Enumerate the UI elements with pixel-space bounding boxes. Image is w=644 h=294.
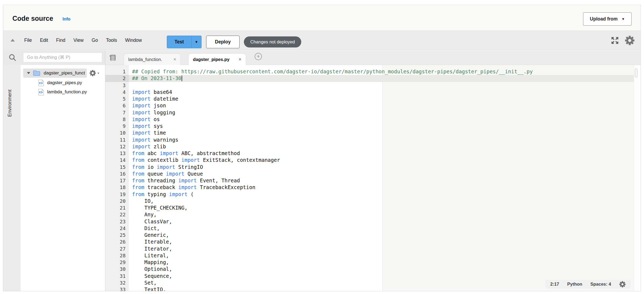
line-number: 14 [105, 157, 129, 163]
environment-tab[interactable]: Environment [7, 81, 13, 117]
indentation-setting[interactable]: Spaces: 4 [590, 282, 611, 287]
new-tab-button[interactable]: + [255, 53, 262, 60]
menu-item-file[interactable]: File [20, 36, 36, 45]
code-line-31[interactable]: 31 Sequence, [105, 273, 634, 279]
code-line-20[interactable]: 20 IO, [105, 198, 634, 204]
code-line-30[interactable]: 30 Optional, [105, 266, 634, 272]
line-number: 17 [105, 177, 129, 184]
code-text: import time [129, 129, 166, 136]
tab-label: dagster_pipes.py [193, 57, 230, 62]
collapse-panel-icon[interactable] [11, 39, 15, 42]
text-cursor [182, 76, 182, 81]
code-text: Any, [129, 211, 157, 218]
editor-column: lambda_function.×dagster_pipes.py× + 1##… [105, 50, 640, 291]
test-dropdown-button[interactable]: ▼ [191, 36, 202, 48]
code-line-14[interactable]: 14from contextlib import ExitStack, cont… [105, 157, 634, 163]
line-number: 31 [105, 273, 129, 279]
code-line-19[interactable]: 19from typing import ( [105, 191, 634, 198]
code-source-header: Code source Info Upload from ▼ [3, 5, 640, 30]
language-mode[interactable]: Python [567, 282, 582, 287]
line-number: 11 [105, 136, 129, 143]
code-line-6[interactable]: 6import json [105, 102, 634, 109]
tree-file-lambda_function-py[interactable]: lambda_function.py [20, 87, 105, 97]
menu-item-find[interactable]: Find [52, 36, 69, 45]
tree-folder-row[interactable]: dagster_pipes_funct [23, 69, 87, 78]
code-line-9[interactable]: 9import sys [105, 123, 634, 129]
line-number: 10 [105, 129, 129, 136]
line-number: 25 [105, 232, 129, 238]
menu-item-tools[interactable]: Tools [102, 36, 121, 45]
code-lines: 1## Copied from: https://raw.githubuserc… [105, 65, 634, 291]
code-text: TextIO, [129, 286, 166, 291]
menu-item-edit[interactable]: Edit [36, 36, 52, 45]
code-line-8[interactable]: 8import os [105, 116, 634, 123]
code-text: Dict, [129, 225, 160, 232]
code-editor[interactable]: 1## Copied from: https://raw.githubuserc… [105, 65, 640, 291]
code-text: from abc import ABC, abstractmethod [129, 150, 240, 157]
code-line-23[interactable]: 23 ClassVar, [105, 218, 634, 225]
tab-lambda_function-[interactable]: lambda_function.× [124, 53, 181, 65]
code-line-26[interactable]: 26 Iterable, [105, 238, 634, 245]
info-link[interactable]: Info [63, 17, 70, 22]
code-line-18[interactable]: 18from traceback import TracebackExcepti… [105, 184, 634, 191]
close-tab-icon[interactable]: × [171, 57, 176, 62]
line-number: 9 [105, 123, 129, 129]
tab-list-icon[interactable] [109, 54, 117, 63]
editor-status-bar: 2:17 Python Spaces: 4 [545, 280, 631, 289]
code-line-15[interactable]: 15from io import StringIO [105, 164, 634, 170]
environment-tab-column: Environment [3, 65, 20, 291]
code-line-2[interactable]: 2## On 2023-11-30 [105, 75, 634, 82]
code-line-22[interactable]: 22 Any, [105, 211, 634, 218]
code-line-10[interactable]: 10import time [105, 129, 634, 136]
code-line-24[interactable]: 24 Dict, [105, 225, 634, 232]
search-icon [8, 53, 17, 63]
settings-gear-icon[interactable] [625, 36, 635, 45]
tree-file-list: dagster_pipes.pylambda_function.py [20, 78, 105, 97]
vertical-scrollbar[interactable] [634, 65, 638, 291]
tree-settings-gear[interactable]: ▼ [89, 70, 100, 76]
menu-item-go[interactable]: Go [88, 36, 102, 45]
tab-dagster_pipes-py[interactable]: dagster_pipes.py× [188, 53, 246, 65]
cursor-position[interactable]: 2:17 [550, 282, 559, 287]
editor-body: Environment dagster_pipes_funct [3, 50, 640, 291]
code-line-16[interactable]: 16from queue import Queue [105, 170, 634, 177]
line-number: 3 [105, 82, 129, 89]
code-line-3[interactable]: 3 [105, 82, 634, 89]
tree-file-dagster_pipes-py[interactable]: dagster_pipes.py [20, 78, 105, 87]
code-line-27[interactable]: 27 Iterator, [105, 245, 634, 252]
code-line-7[interactable]: 7import logging [105, 109, 634, 116]
line-number: 29 [105, 259, 129, 266]
tab-bar: lambda_function.×dagster_pipes.py× + [105, 50, 640, 65]
menu-item-view[interactable]: View [69, 36, 88, 45]
code-line-4[interactable]: 4import base64 [105, 89, 634, 95]
code-line-13[interactable]: 13from abc import ABC, abstractmethod [105, 150, 634, 157]
test-split-button[interactable]: Test ▼ [167, 36, 202, 48]
code-text: from threading import Event, Thread [129, 177, 240, 184]
menu-item-window[interactable]: Window [121, 36, 146, 45]
go-to-anything-input[interactable] [23, 53, 102, 62]
test-button[interactable]: Test [167, 36, 192, 48]
editor-settings-gear-icon[interactable] [619, 281, 626, 288]
code-line-11[interactable]: 11import warnings [105, 136, 634, 143]
code-text: Iterable, [129, 238, 172, 245]
folder-expand-icon[interactable] [27, 72, 30, 74]
code-text: import sys [129, 123, 163, 129]
scrollbar-thumb[interactable] [635, 68, 638, 77]
close-tab-icon[interactable]: × [236, 57, 241, 62]
code-line-28[interactable]: 28 Literal, [105, 252, 634, 259]
code-line-17[interactable]: 17from threading import Event, Thread [105, 177, 634, 184]
code-line-1[interactable]: 1## Copied from: https://raw.githubuserc… [105, 68, 634, 75]
code-line-29[interactable]: 29 Mapping, [105, 259, 634, 266]
code-text: Optional, [129, 266, 172, 272]
lambda-code-editor-screen: Code source Info Upload from ▼ FileEditF… [0, 0, 644, 294]
deploy-button[interactable]: Deploy [206, 36, 240, 48]
code-line-12[interactable]: 12import zlib [105, 143, 634, 150]
upload-from-button[interactable]: Upload from ▼ [583, 12, 632, 26]
code-line-21[interactable]: 21 TYPE_CHECKING, [105, 204, 634, 211]
search-strip [3, 50, 105, 65]
line-number: 28 [105, 252, 129, 259]
code-line-25[interactable]: 25 Generic, [105, 232, 634, 238]
code-line-5[interactable]: 5import datetime [105, 95, 634, 102]
code-text: ClassVar, [129, 218, 172, 225]
fullscreen-icon[interactable] [611, 36, 619, 45]
